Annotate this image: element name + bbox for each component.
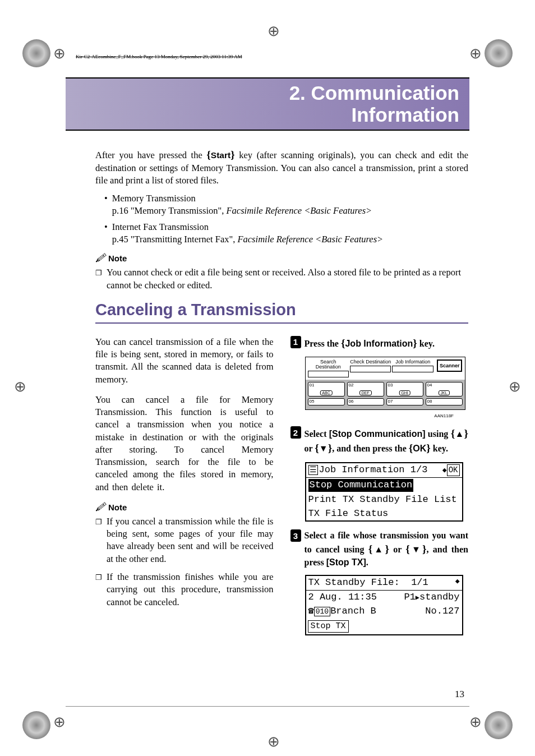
quick-dial-key: 08: [426, 398, 463, 405]
note-item: ❐ If the transmission finishes while you…: [95, 571, 274, 609]
crop-mark-bl: [22, 711, 50, 739]
quick-dial-key: 02DEF: [347, 382, 384, 397]
register-mark: [509, 378, 521, 395]
left-column: You can cancel transmission of a file wh…: [95, 336, 274, 644]
step-number-icon: 1: [290, 336, 301, 348]
register-mark: [469, 45, 482, 62]
file-row: 2 Aug. 11:35 P1standby: [306, 591, 462, 605]
quick-dial-key: 05: [308, 398, 345, 405]
note-list: ❐ You cannot check or edit a file being …: [95, 266, 468, 292]
note-heading: 🖉 Note: [95, 252, 468, 264]
file-row: 010Branch B No.127: [306, 605, 462, 619]
chapter-title: 2. CommunicationInformation: [289, 82, 459, 126]
register-mark: [469, 713, 482, 731]
stop-tx-button: Stop TX: [308, 620, 349, 633]
bullet-list: • Memory Transmission p.16 "Memory Trans…: [104, 192, 468, 246]
quick-dial-key: 06: [347, 398, 384, 405]
document-icon: [308, 464, 319, 475]
pencil-icon: 🖉: [95, 501, 105, 513]
selected-item: Stop Communication: [308, 479, 414, 492]
control-panel-diagram: Search Destination Check Destination Job…: [305, 357, 465, 410]
page-content: After you have pressed the {Start} key (…: [95, 147, 468, 643]
note-item: ❐ If you cancel a transmission while the…: [95, 515, 274, 565]
paragraph: You can cancel a file for Memory Transmi…: [95, 394, 274, 494]
register-mark: [53, 713, 66, 731]
note-heading: 🖉 Note: [95, 501, 274, 513]
box-bullet-icon: ❐: [95, 268, 102, 292]
bullet-item: • Internet Fax Transmission p.45 "Transm…: [104, 221, 468, 246]
crop-mark-tl: [22, 39, 50, 67]
crop-mark-tr: [485, 39, 513, 67]
quick-dial-key: 03GHI: [386, 382, 423, 397]
paragraph: You can cancel transmission of a file wh…: [95, 336, 274, 386]
box-bullet-icon: ❐: [95, 517, 102, 565]
footer-rule: [66, 706, 469, 707]
step-number-icon: 2: [290, 426, 301, 439]
step-3: 3 Select a file whose transmission you w…: [290, 529, 469, 568]
step-1: 1 Press the {Job Information} key.: [290, 336, 469, 351]
updown-icon: ◆: [455, 577, 460, 589]
lcd-screen-2: TX Standby File: 1/1 ◆ 2 Aug. 11:35 P1st…: [305, 575, 463, 635]
scanner-button: Scanner: [437, 359, 463, 372]
quick-dial-key: 07: [386, 398, 423, 405]
menu-item: TX File Status: [306, 507, 462, 521]
diagram-code: AAN118F: [290, 413, 454, 418]
running-header: Kir-C2-AEcombine_F_FM.book Page 13 Monda…: [76, 54, 242, 59]
phone-icon: [308, 606, 314, 616]
two-column-layout: You can cancel transmission of a file wh…: [95, 336, 468, 644]
menu-item: Print TX Standby File List: [306, 493, 462, 507]
box-bullet-icon: ❐: [95, 573, 102, 609]
step-number-icon: 3: [290, 529, 301, 542]
bullet-item: • Memory Transmission p.16 "Memory Trans…: [104, 192, 468, 218]
crop-mark-br: [485, 711, 513, 739]
page-number: 13: [455, 689, 464, 700]
register-mark: [268, 733, 280, 750]
step-2: 2 Select [Stop Communication] using {▲} …: [290, 426, 469, 455]
register-mark: [268, 22, 280, 40]
section-heading: Canceling a Transmission: [95, 301, 468, 324]
lcd-screen-1: Job Information 1/3 ◆OK Stop Communicati…: [305, 462, 463, 522]
right-column: 1 Press the {Job Information} key. Searc…: [290, 336, 469, 644]
quick-dial-key: 01ABC: [308, 382, 345, 397]
pencil-icon: 🖉: [95, 252, 105, 264]
updown-icon: ◆: [442, 466, 447, 474]
quick-dial-key: 04JKL: [426, 382, 463, 397]
triangle-icon: [416, 592, 419, 602]
register-mark: [53, 45, 66, 62]
note-item: ❐ You cannot check or edit a file being …: [95, 266, 468, 292]
register-mark: [14, 378, 26, 395]
chapter-title-bar: 2. CommunicationInformation: [66, 77, 469, 131]
intro-paragraph: After you have pressed the {Start} key (…: [95, 147, 468, 187]
